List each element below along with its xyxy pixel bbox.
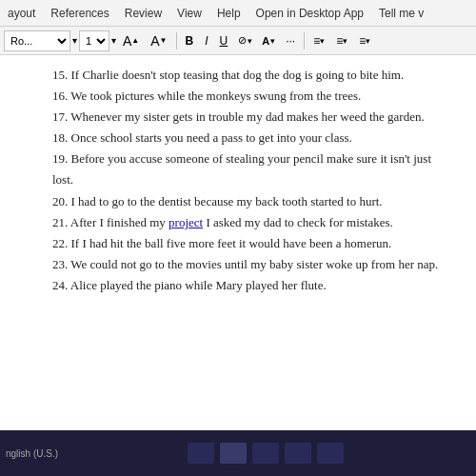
font-size-chevron-icon[interactable]: ▾ <box>111 35 116 46</box>
line-21-after: I asked my dad to check for mistakes. <box>203 215 393 229</box>
menu-tell-me[interactable]: Tell me v <box>371 4 431 23</box>
highlight-icon: ⊘ <box>238 34 247 47</box>
language-status: nglish (U.S.) <box>6 448 58 459</box>
line-20: 20. I had to go to the dentist because m… <box>52 191 447 212</box>
taskbar-button-2[interactable] <box>220 443 247 464</box>
font-color-button[interactable]: A ▾ <box>258 30 279 51</box>
document-area: 15. If Charlie doesn't stop teasing that… <box>0 55 476 476</box>
taskbar-button-1[interactable] <box>188 443 214 464</box>
grow-font-button[interactable]: A▲ <box>118 30 144 51</box>
bottom-bar: nglish (U.S.) <box>0 430 476 476</box>
line-21-link[interactable]: project <box>169 215 203 229</box>
list-button[interactable]: ≡▾ <box>308 30 329 51</box>
taskbar-button-3[interactable] <box>252 443 279 464</box>
indent-button[interactable]: ≡▾ <box>331 30 352 51</box>
line-16: 16. We took pictures while the monkeys s… <box>52 86 447 107</box>
highlight-color-button[interactable]: ⊘ ▾ <box>234 30 256 51</box>
toolbar-divider-2 <box>304 32 305 50</box>
line-21: 21. After I finished my project I asked … <box>52 212 447 233</box>
menu-review[interactable]: Review <box>117 4 169 23</box>
menu-layout[interactable]: ayout <box>0 4 43 23</box>
menu-view[interactable]: View <box>169 4 209 23</box>
line-22: 22. If I had hit the ball five more feet… <box>52 233 447 254</box>
italic-button[interactable]: I <box>200 30 212 51</box>
toolbar-divider-1 <box>176 32 177 50</box>
underline-button[interactable]: U <box>215 30 233 51</box>
line-24: 24. Alice played the piano while Mary pl… <box>52 275 447 296</box>
menu-references[interactable]: References <box>43 4 116 23</box>
font-color-icon: A <box>262 35 269 47</box>
highlight-chevron-icon: ▾ <box>248 36 252 46</box>
font-size-select[interactable]: 12 <box>79 30 109 51</box>
menu-help[interactable]: Help <box>209 4 248 23</box>
shrink-font-button[interactable]: A▼ <box>146 30 171 51</box>
font-color-chevron-icon: ▾ <box>270 36 275 46</box>
font-name-chevron-icon[interactable]: ▾ <box>72 35 77 46</box>
line-15: 15. If Charlie doesn't stop teasing that… <box>52 65 447 86</box>
line-21-before: 21. After I finished my <box>52 215 169 229</box>
line-17: 17. Whenever my sister gets in trouble m… <box>52 107 447 128</box>
align-button[interactable]: ≡▾ <box>354 30 375 51</box>
bold-button[interactable]: B <box>181 30 199 51</box>
line-23: 23. We could not go to the movies until … <box>52 254 447 275</box>
line-18: 18. Once school starts you need a pass t… <box>52 128 447 149</box>
more-options-button[interactable]: ··· <box>281 30 300 51</box>
line-19: 19. Before you accuse someone of stealin… <box>52 149 447 190</box>
toolbar: Ro... ▾ 12 ▾ A▲ A▼ B I U ⊘ ▾ A ▾ ··· ≡▾ … <box>0 27 476 55</box>
menu-bar: ayout References Review View Help Open i… <box>0 0 476 27</box>
taskbar-button-4[interactable] <box>285 443 311 464</box>
menu-open-desktop[interactable]: Open in Desktop App <box>248 4 371 23</box>
font-name-select[interactable]: Ro... <box>4 30 70 51</box>
taskbar-button-5[interactable] <box>317 443 344 464</box>
